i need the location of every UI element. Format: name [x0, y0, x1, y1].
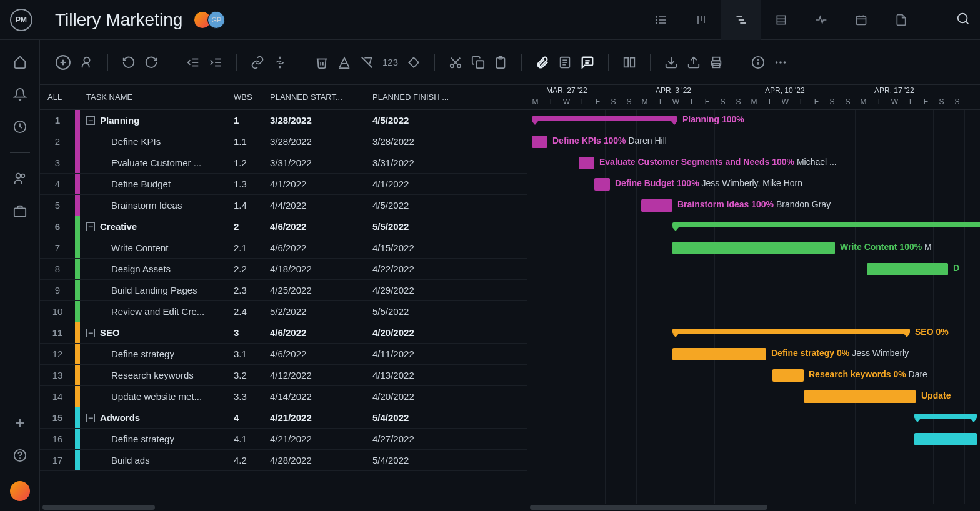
font-icon[interactable] [338, 56, 351, 69]
column-task-name[interactable]: TASK NAME [80, 92, 234, 102]
column-planned-finish[interactable]: PLANNED FINISH ... [372, 92, 475, 102]
table-row[interactable]: 16Define strategy4.14/21/20224/27/2022 [40, 429, 527, 450]
table-row[interactable]: 13Research keywords3.24/12/20224/13/2022 [40, 365, 527, 386]
comment-icon[interactable] [581, 56, 594, 69]
table-row[interactable]: 6−Creative24/6/20225/5/2022 [40, 216, 527, 237]
cut-icon[interactable] [449, 56, 462, 69]
gantt-bar[interactable] [672, 329, 910, 334]
table-row[interactable]: 17Build ads4.24/28/20225/4/2022 [40, 450, 527, 471]
clock-icon[interactable] [13, 120, 27, 134]
outdent-icon[interactable] [186, 56, 200, 69]
table-row[interactable]: 10Review and Edit Cre...2.45/2/20225/5/2… [40, 301, 527, 322]
plus-icon[interactable] [13, 416, 27, 430]
table-row[interactable]: 11−SEO34/6/20224/20/2022 [40, 322, 527, 344]
gantt-bar[interactable] [867, 263, 948, 275]
view-tab-sheet[interactable] [761, 0, 801, 40]
gantt-bar[interactable] [579, 157, 594, 169]
info-icon[interactable] [751, 56, 765, 69]
gantt-bar[interactable] [532, 116, 678, 121]
indent-icon[interactable] [209, 56, 222, 69]
assign-icon[interactable] [80, 56, 94, 69]
paste-icon[interactable] [494, 56, 508, 69]
search-icon[interactable] [956, 12, 970, 28]
add-icon[interactable] [55, 54, 71, 71]
gantt-bar[interactable] [641, 199, 672, 212]
table-row[interactable]: 12Define strategy3.14/6/20224/11/2022 [40, 344, 527, 365]
table-row[interactable]: 14Update website met...3.34/14/20224/20/… [40, 386, 527, 407]
gantt-bar[interactable] [672, 348, 766, 360]
gantt-row[interactable]: Brainstorm Ideas 100% Brandon Gray [528, 195, 980, 216]
view-tab-gantt[interactable] [721, 0, 761, 40]
column-planned-start[interactable]: PLANNED START... [270, 92, 372, 102]
gantt-row[interactable]: Research keywords 0% Dare [528, 365, 980, 386]
app-logo[interactable]: PM [10, 9, 32, 31]
expand-icon[interactable]: − [86, 116, 95, 125]
user-avatar[interactable] [10, 481, 30, 501]
avatar-group[interactable]: GP [198, 11, 225, 29]
gantt-row[interactable] [528, 450, 980, 471]
table-row[interactable]: 1−Planning13/28/20224/5/2022 [40, 110, 527, 131]
print-icon[interactable] [709, 56, 723, 69]
view-tab-file[interactable] [881, 0, 921, 40]
gantt-bar[interactable] [532, 136, 548, 148]
diamond-icon[interactable] [407, 56, 421, 69]
gantt-row[interactable]: Write Content 100% M [528, 237, 980, 259]
expand-icon[interactable]: − [86, 414, 95, 422]
column-all[interactable]: ALL [40, 92, 75, 102]
gantt-row[interactable]: Evaluate Customer Segments and Needs 100… [528, 152, 980, 174]
trash-icon[interactable] [315, 56, 329, 69]
help-icon[interactable] [13, 449, 27, 462]
gantt-row[interactable]: Update [528, 386, 980, 407]
gantt-row[interactable] [528, 407, 980, 429]
view-tab-board[interactable] [681, 0, 721, 40]
gantt-row[interactable]: Planning 100% [528, 110, 980, 131]
bell-icon[interactable] [13, 87, 27, 101]
view-tab-calendar[interactable] [841, 0, 881, 40]
gantt-row[interactable] [528, 216, 980, 237]
gantt-row[interactable] [528, 301, 980, 322]
table-row[interactable]: 4Define Budget1.34/1/20224/1/2022 [40, 174, 527, 195]
gantt-bar[interactable] [914, 433, 977, 445]
unlink-icon[interactable] [273, 56, 287, 69]
people-icon[interactable] [13, 172, 27, 186]
home-icon[interactable] [13, 55, 27, 69]
gantt-row[interactable]: Define Budget 100% Jess Wimberly, Mike H… [528, 174, 980, 195]
view-tab-list[interactable] [641, 0, 681, 40]
avatar[interactable]: GP [208, 11, 225, 29]
attachment-icon[interactable] [536, 56, 549, 69]
notes-icon[interactable] [558, 56, 572, 69]
gantt-row[interactable] [528, 280, 980, 301]
gantt-bar[interactable] [594, 178, 610, 191]
table-row[interactable]: 9Build Landing Pages2.34/25/20224/29/202… [40, 280, 527, 301]
scrollbar-horizontal[interactable] [40, 504, 527, 511]
gantt-body[interactable]: Planning 100%Define KPIs 100% Daren Hill… [528, 110, 980, 504]
undo-icon[interactable] [122, 56, 136, 69]
table-row[interactable]: 15−Adwords44/21/20225/4/2022 [40, 407, 527, 429]
gantt-bar[interactable] [672, 242, 835, 254]
export-icon[interactable] [687, 56, 701, 69]
gantt-bar[interactable] [672, 222, 980, 227]
expand-icon[interactable]: − [86, 222, 95, 231]
table-row[interactable]: 8Design Assets2.24/18/20224/22/2022 [40, 259, 527, 280]
copy-icon[interactable] [471, 56, 485, 69]
expand-icon[interactable]: − [86, 329, 95, 337]
table-row[interactable]: 2Define KPIs1.13/28/20223/28/2022 [40, 131, 527, 152]
clear-format-icon[interactable] [360, 56, 374, 69]
table-row[interactable]: 5Brainstorm Ideas1.44/4/20224/5/2022 [40, 195, 527, 216]
briefcase-icon[interactable] [13, 204, 27, 218]
scrollbar-horizontal[interactable] [528, 504, 980, 511]
table-row[interactable]: 3Evaluate Customer ...1.23/31/20223/31/2… [40, 152, 527, 174]
import-icon[interactable] [664, 56, 678, 69]
gantt-row[interactable]: SEO 0% [528, 322, 980, 344]
view-tab-activity[interactable] [801, 0, 841, 40]
link-icon[interactable] [251, 56, 264, 69]
more-icon[interactable] [774, 56, 788, 69]
gantt-bar[interactable] [914, 414, 977, 419]
column-wbs[interactable]: WBS [234, 92, 270, 102]
gantt-bar[interactable] [772, 369, 804, 382]
gantt-row[interactable] [528, 429, 980, 450]
table-row[interactable]: 7Write Content2.14/6/20224/15/2022 [40, 237, 527, 259]
gantt-row[interactable]: Define strategy 0% Jess Wimberly [528, 344, 980, 365]
redo-icon[interactable] [144, 56, 158, 69]
columns-icon[interactable] [622, 56, 636, 69]
